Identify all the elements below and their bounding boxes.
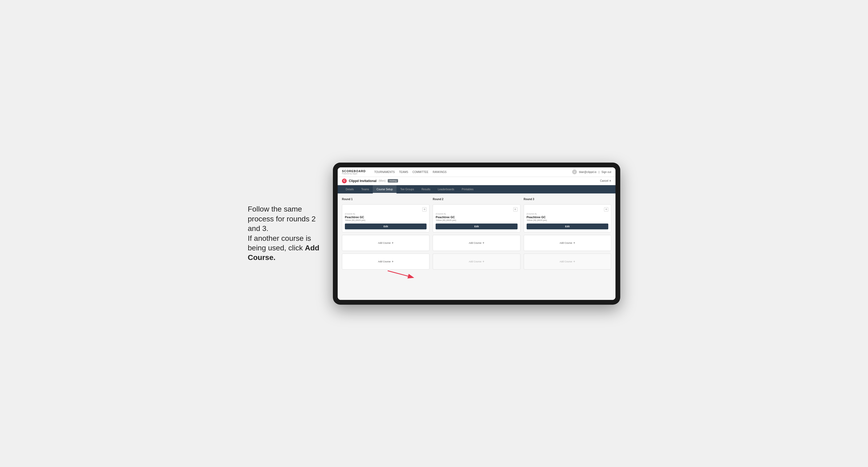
round-1-plus-icon-2: +	[392, 260, 394, 263]
tournament-name: Clippd Invitational	[349, 179, 376, 183]
round-2-add-course-label-2: Add Course +	[469, 260, 485, 263]
tournament-type: (Men)	[379, 179, 385, 182]
round-2-plus-icon-2: +	[483, 260, 484, 263]
top-nav-items: TOURNAMENTS TEAMS COMMITTEE RANKINGS	[374, 169, 565, 175]
round-3-add-course-2: Add Course +	[524, 254, 611, 270]
round-2-plus-icon-1: +	[483, 241, 484, 245]
page-wrapper: Follow the same process for rounds 2 and…	[248, 163, 620, 305]
top-nav-right: ● blair@clippd.io | Sign out	[572, 169, 611, 174]
round-1-add-course-label-2: Add Course +	[378, 260, 394, 263]
round-1-course-label: (Course A)	[345, 213, 427, 215]
tab-tee-groups[interactable]: Tee Groups	[397, 185, 418, 193]
round-3-plus-icon-2: +	[574, 260, 575, 263]
separator: |	[599, 170, 599, 174]
round-3-add-course-1[interactable]: Add Course +	[524, 235, 611, 251]
round-1-add-course-label-1: Add Course +	[378, 241, 394, 245]
round-1-column: Round 1 ⊙ (Course A) Peachtree GC Yellow…	[342, 198, 430, 270]
round-3-edit-button[interactable]: Edit	[527, 223, 608, 229]
logo-sub: Powered by clippd	[342, 173, 366, 175]
round-2-course-details: Yellow (M) (6629 yds)	[436, 219, 517, 221]
round-2-add-course-1[interactable]: Add Course +	[433, 235, 520, 251]
round-2-card-header: ⊙	[436, 207, 517, 212]
nav-tournaments[interactable]: TOURNAMENTS	[374, 169, 395, 175]
tab-printables[interactable]: Printables	[458, 185, 477, 193]
round-2-label: Round 2	[433, 198, 520, 200]
tab-course-setup[interactable]: Course Setup	[373, 185, 397, 193]
tab-leaderboards[interactable]: Leaderboards	[434, 185, 458, 193]
tab-details[interactable]: Details	[342, 185, 358, 193]
round-2-course-label: (Course A)	[436, 213, 517, 215]
tab-teams[interactable]: Teams	[358, 185, 373, 193]
instruction-text: Follow the same process for rounds 2 and…	[248, 205, 319, 261]
round-2-add-course-label-1: Add Course +	[469, 241, 485, 245]
round-3-course-name: Peachtree GC	[527, 216, 608, 219]
round-3-column: Round 3 ⊙ (Course A) Peachtree GC Yellow…	[524, 198, 611, 270]
round-2-course-name: Peachtree GC	[436, 216, 517, 219]
round-3-course-details: Yellow (M) (6629 yds)	[527, 219, 608, 221]
round-2-course-card: ⊙ (Course A) Peachtree GC Yellow (M) (66…	[433, 205, 520, 232]
sign-out-link[interactable]: Sign out	[601, 170, 611, 174]
round-3-add-course-label-1: Add Course +	[560, 241, 575, 245]
round-3-course-card: ⊙ (Course A) Peachtree GC Yellow (M) (66…	[524, 205, 611, 232]
round-1-plus-icon-1: +	[392, 241, 394, 245]
nav-rankings[interactable]: RANKINGS	[433, 169, 446, 175]
logo-area: SCOREBOARD Powered by clippd	[342, 169, 366, 175]
nav-teams[interactable]: TEAMS	[399, 169, 408, 175]
screen-wrapper: SCOREBOARD Powered by clippd TOURNAMENTS…	[338, 167, 616, 300]
tablet-screen: SCOREBOARD Powered by clippd TOURNAMENTS…	[338, 167, 616, 300]
round-2-column: Round 2 ⊙ (Course A) Peachtree GC Yellow…	[433, 198, 520, 270]
tournament-title-area: C Clippd Invitational (Men) Hosting	[342, 179, 398, 183]
round-2-add-course-2: Add Course +	[433, 254, 520, 270]
rounds-grid: Round 1 ⊙ (Course A) Peachtree GC Yellow…	[342, 198, 611, 270]
round-3-course-label: (Course A)	[527, 213, 608, 215]
tab-bar: Details Teams Course Setup Tee Groups Re…	[338, 185, 616, 193]
nav-committee[interactable]: COMMITTEE	[412, 169, 428, 175]
round-1-card-header: ⊙	[345, 207, 427, 212]
round-3-add-course-label-2: Add Course +	[560, 260, 575, 263]
clippd-icon: C	[342, 179, 347, 183]
instruction-panel: Follow the same process for rounds 2 and…	[248, 205, 322, 262]
round-1-card-icon-btn[interactable]: ⊙	[422, 207, 427, 212]
user-avatar: ●	[572, 169, 577, 174]
tablet-frame: SCOREBOARD Powered by clippd TOURNAMENTS…	[333, 163, 620, 305]
round-1-label: Round 1	[342, 198, 430, 200]
top-nav: SCOREBOARD Powered by clippd TOURNAMENTS…	[338, 167, 616, 177]
round-1-course-details: Yellow (M) (6629 yds)	[345, 219, 427, 221]
round-3-plus-icon-1: +	[574, 241, 575, 245]
round-1-course-name: Peachtree GC	[345, 216, 427, 219]
round-1-add-course-2[interactable]: Add Course +	[342, 254, 430, 270]
round-3-label: Round 3	[524, 198, 611, 200]
round-3-card-header: ⊙	[527, 207, 608, 212]
round-2-card-icon-btn[interactable]: ⊙	[513, 207, 518, 212]
logo-title: SCOREBOARD	[342, 169, 366, 173]
cancel-button[interactable]: Cancel ✕	[600, 179, 611, 182]
user-email: blair@clippd.io	[579, 170, 597, 174]
round-3-card-icon-btn[interactable]: ⊙	[604, 207, 608, 212]
round-1-course-card: ⊙ (Course A) Peachtree GC Yellow (M) (66…	[342, 205, 430, 232]
round-1-edit-button[interactable]: Edit	[345, 223, 427, 229]
main-content: Round 1 ⊙ (Course A) Peachtree GC Yellow…	[338, 193, 616, 300]
hosting-badge: Hosting	[388, 179, 398, 183]
round-2-edit-button[interactable]: Edit	[436, 223, 517, 229]
sub-nav: C Clippd Invitational (Men) Hosting Canc…	[338, 177, 616, 185]
tab-results[interactable]: Results	[418, 185, 434, 193]
round-1-add-course-1[interactable]: Add Course +	[342, 235, 430, 251]
add-course-emphasis: Add Course.	[248, 244, 319, 261]
